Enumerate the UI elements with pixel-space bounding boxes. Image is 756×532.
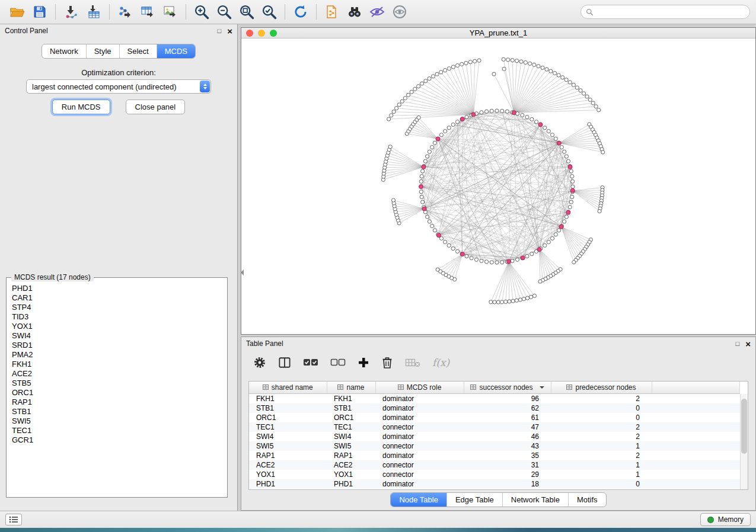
table-cell[interactable]: 2 [551, 451, 652, 460]
network-node[interactable] [428, 77, 431, 81]
table-cell[interactable]: 0 [551, 413, 652, 422]
table-cell[interactable]: connector [375, 470, 464, 479]
network-node[interactable] [530, 117, 534, 121]
tab-style[interactable]: Style [86, 44, 119, 58]
table-cell[interactable]: STB1 [327, 403, 375, 413]
tab-motifs[interactable]: Motifs [568, 493, 606, 507]
table-cell[interactable]: SWI5 [327, 441, 375, 451]
table-cell[interactable]: 1 [551, 460, 652, 470]
dominator-node[interactable] [460, 252, 464, 257]
splitter-collapse-handle[interactable] [238, 270, 244, 275]
network-node[interactable] [391, 198, 395, 202]
network-node[interactable] [420, 82, 424, 85]
table-row[interactable]: SWI4SWI4dominator462 [249, 432, 740, 441]
column-header-predecessor-nodes[interactable]: predecessor nodes [551, 382, 652, 393]
apply-layout-button[interactable] [289, 2, 312, 21]
show-columns-button[interactable] [278, 355, 291, 370]
table-cell[interactable]: dominator [375, 413, 464, 422]
column-header-successor-nodes[interactable]: successor nodes [464, 382, 551, 393]
find-button[interactable] [343, 2, 366, 21]
create-column-button[interactable] [358, 355, 369, 370]
network-node[interactable] [433, 229, 436, 232]
table-cell[interactable]: dominator [375, 393, 464, 403]
network-node[interactable] [515, 59, 519, 63]
table-cell[interactable]: 1 [551, 470, 652, 479]
network-node[interactable] [451, 123, 455, 126]
network-node[interactable] [390, 114, 393, 117]
table-cell[interactable]: dominator [375, 403, 464, 413]
run-mcds-button[interactable]: Run MCDS [52, 100, 110, 114]
network-node[interactable] [504, 300, 508, 303]
table-row[interactable]: YOX1YOX1connector291 [249, 470, 740, 479]
network-node[interactable] [455, 63, 459, 67]
network-node[interactable] [500, 261, 504, 264]
network-node[interactable] [541, 66, 544, 69]
close-mcds-panel-button[interactable]: Close panel [126, 100, 186, 114]
float-panel-icon[interactable]: □ [218, 28, 222, 34]
table-row[interactable]: RAP1RAP1dominator352 [249, 451, 740, 460]
network-node[interactable] [525, 296, 529, 300]
network-node[interactable] [451, 246, 455, 250]
network-node[interactable] [417, 116, 420, 119]
show-panels-button[interactable] [5, 514, 22, 525]
dominator-node[interactable] [537, 248, 541, 252]
table-cell[interactable]: 0 [551, 403, 652, 413]
network-node[interactable] [564, 215, 568, 219]
network-graph[interactable] [241, 39, 755, 334]
network-node[interactable] [502, 57, 505, 61]
table-cell[interactable]: FKH1 [327, 393, 375, 403]
table-cell[interactable]: dominator [375, 479, 464, 489]
dominator-node[interactable] [422, 165, 426, 169]
network-node[interactable] [387, 117, 391, 121]
network-node[interactable] [419, 180, 423, 183]
network-node[interactable] [563, 150, 566, 153]
table-row[interactable]: FKH1FKH1dominator962 [249, 393, 740, 403]
table-cell[interactable]: 0 [551, 479, 652, 489]
table-cell[interactable]: dominator [375, 432, 464, 441]
network-node[interactable] [534, 120, 538, 124]
network-node[interactable] [443, 68, 446, 72]
network-node[interactable] [598, 209, 601, 213]
network-node[interactable] [433, 141, 436, 145]
table-cell[interactable]: ACE2 [249, 460, 327, 470]
table-cell[interactable]: 96 [464, 393, 551, 403]
table-cell[interactable]: SWI4 [249, 432, 327, 441]
network-node[interactable] [557, 229, 560, 232]
network-node[interactable] [564, 78, 568, 82]
network-node[interactable] [591, 101, 595, 105]
network-node[interactable] [470, 257, 473, 260]
table-cell[interactable]: 2 [551, 422, 652, 432]
mcds-result-item[interactable]: ORC1 [12, 388, 222, 398]
network-node[interactable] [511, 59, 514, 62]
network-node[interactable] [519, 60, 523, 63]
network-window-titlebar[interactable]: YPA_prune.txt_1 [241, 28, 755, 39]
network-canvas[interactable] [241, 39, 755, 334]
dominator-node[interactable] [460, 117, 464, 121]
table-cell[interactable]: 31 [464, 460, 551, 470]
network-node[interactable] [543, 126, 547, 130]
zoom-selected-button[interactable] [258, 2, 280, 21]
network-node[interactable] [575, 86, 579, 89]
network-node[interactable] [455, 249, 459, 253]
save-session-button[interactable] [28, 2, 51, 21]
dominator-node[interactable] [570, 188, 575, 193]
table-row[interactable]: ACE2ACE2connector311 [249, 460, 740, 470]
tab-edge-table[interactable]: Edge Table [446, 493, 502, 507]
network-node[interactable] [451, 65, 455, 69]
network-node[interactable] [425, 155, 429, 158]
network-node[interactable] [588, 98, 592, 101]
network-node[interactable] [538, 280, 542, 283]
table-cell[interactable]: 35 [464, 451, 551, 460]
zoom-in-button[interactable] [190, 2, 213, 21]
network-node[interactable] [431, 75, 435, 78]
network-node[interactable] [490, 261, 493, 264]
network-node[interactable] [522, 297, 525, 301]
table-cell[interactable]: YOX1 [327, 470, 375, 479]
memory-button[interactable]: Memory [700, 513, 751, 526]
network-node[interactable] [447, 67, 451, 70]
table-row[interactable]: PHD1PHD1dominator180 [249, 479, 740, 489]
network-node[interactable] [505, 110, 509, 113]
network-node[interactable] [489, 300, 493, 304]
network-node[interactable] [465, 115, 468, 118]
network-node[interactable] [550, 236, 554, 240]
